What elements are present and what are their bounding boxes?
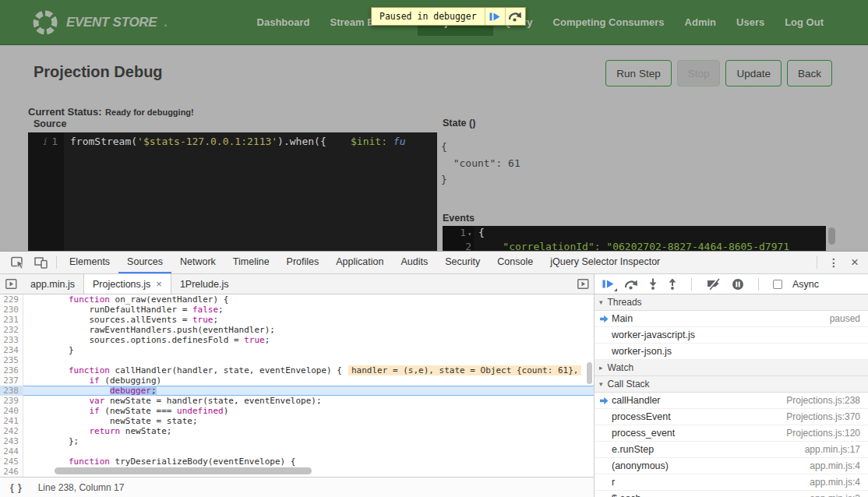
line-number[interactable]: 245 (0, 456, 23, 467)
banner-resume-button[interactable] (485, 8, 505, 25)
code-token: }; (27, 436, 79, 446)
devtools-menu-button[interactable]: ⋮ (821, 256, 846, 269)
eventstore-logo[interactable]: EVENT STORE. (31, 9, 168, 37)
code-token: ; (265, 335, 270, 345)
step-out-button[interactable] (668, 278, 677, 290)
vertical-scrollbar-thumb[interactable] (587, 362, 592, 384)
line-number[interactable]: 239 (0, 396, 23, 406)
frame-location: app.min.js:4 (810, 477, 868, 488)
line-number[interactable]: 231 (0, 315, 23, 325)
banner-step-over-button[interactable] (505, 8, 525, 25)
tab-security[interactable]: Security (436, 252, 489, 273)
line-number[interactable]: 241 (0, 416, 23, 426)
code-editor[interactable]: 229 function on_raw(eventHandler) {230 r… (0, 294, 594, 477)
call-stack-frame[interactable]: processEventProjections.js:370 (595, 409, 868, 425)
watch-section-header[interactable]: ▸Watch (595, 360, 868, 376)
call-stack-section-header[interactable]: ▾Call Stack (595, 376, 868, 393)
file-tab-1prelude.js[interactable]: 1Prelude.js (171, 274, 238, 294)
device-toolbar-button[interactable] (30, 256, 52, 269)
paused-in-debugger-banner: Paused in debugger (371, 7, 526, 26)
threads-section-header[interactable]: ▾Threads (595, 294, 868, 311)
tab-elements[interactable]: Elements (61, 252, 118, 273)
update-button[interactable]: Update (725, 60, 782, 86)
events-scrollbar-thumb[interactable] (828, 227, 835, 245)
call-stack-frame[interactable]: rapp.min.js:4 (595, 474, 868, 491)
back-button[interactable]: Back (787, 60, 832, 86)
horizontal-scrollbar-thumb[interactable] (55, 467, 312, 474)
file-tab-app.min.js[interactable]: app.min.js (22, 274, 83, 294)
line-number[interactable]: 236 (0, 365, 23, 375)
line-number[interactable]: 246 (0, 467, 23, 477)
cursor-position: Line 238, Column 17 (38, 482, 125, 493)
code-text: sources.allEvents = true; (23, 315, 218, 325)
deactivate-breakpoints-button[interactable] (706, 278, 722, 290)
tab-network[interactable]: Network (171, 252, 224, 273)
call-stack-frame-name: callHandler (612, 395, 661, 406)
section-title: Watch (608, 362, 634, 373)
async-checkbox[interactable] (773, 280, 782, 289)
tab-console[interactable]: Console (489, 252, 542, 273)
code-token: function (69, 456, 110, 467)
line-number[interactable]: 233 (0, 335, 23, 345)
events-line: 2 "correlationId": "06202702-8827-4464-8… (443, 240, 826, 251)
call-stack-frame[interactable]: e.runStepapp.min.js:17 (595, 442, 868, 458)
code-token: sources.allEvents = (27, 315, 192, 325)
call-stack-frame[interactable]: process_eventProjections.js:120 (595, 425, 868, 442)
nav-item-competing-consumers[interactable]: Competing Consumers (543, 9, 675, 36)
frame-location: Projections.js:370 (786, 411, 868, 422)
code-token (27, 426, 89, 436)
call-stack-frame[interactable]: callHandlerProjections.js:238 (595, 393, 868, 409)
thread-row[interactable]: worker-javascript.js (595, 327, 868, 344)
tab-sources[interactable]: Sources (118, 252, 171, 273)
step-over-button[interactable] (624, 279, 638, 290)
file-tab-projections.js[interactable]: Projections.js× (83, 274, 171, 294)
tabbar-divider (56, 256, 57, 269)
line-number[interactable]: 244 (0, 446, 23, 456)
call-stack-frame[interactable]: (anonymous)app.min.js:4 (595, 458, 868, 474)
nav-item-users[interactable]: Users (726, 9, 774, 36)
line-number[interactable]: 235 (0, 355, 23, 365)
line-number[interactable]: 234 (0, 345, 23, 355)
fold-caret-icon[interactable]: ▾ (468, 231, 471, 238)
run-step-button[interactable]: Run Step (605, 60, 671, 86)
code-token: undefined (177, 406, 224, 416)
source-token: ).when({ (277, 136, 326, 147)
resume-script-button[interactable] (602, 279, 614, 289)
line-number[interactable]: 230 (0, 305, 23, 315)
frame-location: app.min.js:17 (805, 444, 868, 455)
line-number[interactable]: 243 (0, 436, 23, 446)
nav-item-admin[interactable]: Admin (675, 9, 726, 36)
thread-row[interactable]: worker-json.js (595, 344, 868, 360)
tab-jquery-selector-inspector[interactable]: jQuery Selector Inspector (542, 252, 669, 273)
line-number[interactable]: 237 (0, 375, 23, 386)
line-number[interactable]: 240 (0, 406, 23, 416)
call-stack-frame[interactable]: $.eachapp.min.js:3 (595, 491, 868, 497)
show-navigator-button[interactable] (0, 274, 22, 294)
tab-profiles[interactable]: Profiles (278, 252, 328, 273)
inspect-element-button[interactable] (6, 256, 30, 270)
code-token: (debugging) (100, 375, 161, 386)
source-editor[interactable]: i1 fromStream('$stats-127.0.0.1:2113').w… (28, 132, 437, 251)
paused-banner-text: Paused in debugger (372, 8, 485, 25)
line-number[interactable]: 242 (0, 426, 23, 436)
close-file-tab-icon[interactable]: × (156, 278, 162, 290)
nav-item-log-out[interactable]: Log Out (774, 9, 834, 36)
app-root: EVENT STORE. DashboardStream BrowserProj… (0, 0, 868, 497)
pretty-print-button[interactable]: { } (10, 482, 23, 493)
tab-timeline[interactable]: Timeline (224, 252, 278, 273)
thread-row[interactable]: Mainpaused (595, 311, 868, 327)
pause-on-exceptions-button[interactable] (732, 278, 744, 291)
devtools-close-button[interactable]: × (846, 255, 868, 270)
events-editor[interactable]: 1▾{2 "correlationId": "06202702-8827-446… (443, 226, 826, 251)
line-number[interactable]: 238 (0, 386, 23, 396)
devtools-panel: ElementsSourcesNetworkTimelineProfilesAp… (0, 251, 868, 497)
show-sidebar-button[interactable] (572, 274, 594, 294)
nav-item-dashboard[interactable]: Dashboard (247, 9, 320, 36)
tab-audits[interactable]: Audits (392, 252, 436, 273)
line-number[interactable]: 232 (0, 325, 23, 335)
line-number[interactable]: 229 (0, 294, 23, 305)
step-into-button[interactable] (648, 278, 658, 290)
tab-application[interactable]: Application (327, 252, 392, 273)
call-stack-frame-name: processEvent (612, 411, 671, 422)
code-token: function (69, 294, 110, 305)
